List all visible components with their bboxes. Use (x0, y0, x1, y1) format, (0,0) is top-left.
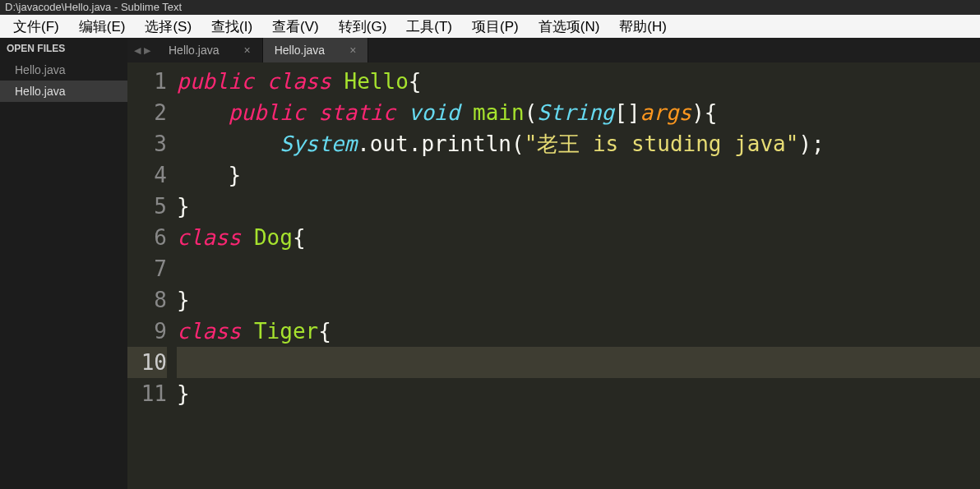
line-number: 6 (127, 222, 167, 253)
code-line[interactable]: } (177, 284, 980, 316)
menu-item[interactable]: 转到(G) (329, 16, 397, 38)
line-number: 4 (127, 159, 167, 191)
menu-item[interactable]: 首选项(N) (529, 16, 610, 38)
editor-tab[interactable]: Hello.java× (157, 38, 263, 62)
line-number: 1 (127, 66, 167, 97)
line-number-gutter: 1234567891011 (127, 66, 177, 409)
code-line[interactable]: public static void main(String[]args){ (177, 97, 980, 128)
menu-item[interactable]: 文件(F) (3, 16, 69, 38)
code-line[interactable] (177, 347, 980, 378)
line-number: 10 (127, 347, 167, 378)
menu-bar: 文件(F)编辑(E)选择(S)查找(I)查看(V)转到(G)工具(T)项目(P)… (0, 15, 980, 38)
editor-tab[interactable]: Hello.java× (263, 38, 369, 62)
line-number: 2 (127, 97, 167, 128)
code-line[interactable]: } (177, 191, 980, 222)
code-line[interactable]: public class Hello{ (177, 66, 980, 97)
code-editor[interactable]: 1234567891011 public class Hello{ public… (127, 62, 980, 409)
code-line[interactable] (177, 253, 980, 284)
close-icon[interactable]: × (243, 44, 250, 57)
sidebar-open-files-title: OPEN FILES (0, 38, 127, 59)
line-number: 3 (127, 128, 167, 159)
menu-item[interactable]: 选择(S) (135, 16, 201, 38)
menu-item[interactable]: 帮助(H) (609, 16, 677, 38)
window-title: D:\javacode\Hello.java - Sublime Text (0, 0, 980, 15)
arrow-right-icon[interactable]: ▶ (144, 45, 150, 56)
code-content[interactable]: public class Hello{ public static void m… (177, 66, 980, 409)
sidebar: OPEN FILES Hello.javaHello.java (0, 38, 127, 489)
editor-area: ◀ ▶ Hello.java×Hello.java× 1234567891011… (127, 38, 980, 489)
menu-item[interactable]: 项目(P) (462, 16, 529, 38)
sidebar-open-file[interactable]: Hello.java (0, 81, 127, 102)
tab-bar: ◀ ▶ Hello.java×Hello.java× (127, 38, 980, 62)
tab-nav-arrows: ◀ ▶ (127, 38, 157, 62)
code-line[interactable]: System.out.println("老王 is studing java")… (177, 128, 980, 159)
tab-label: Hello.java (275, 44, 325, 57)
menu-item[interactable]: 查看(V) (262, 16, 329, 38)
menu-item[interactable]: 编辑(E) (69, 16, 136, 38)
main-area: OPEN FILES Hello.javaHello.java ◀ ▶ Hell… (0, 38, 980, 489)
line-number: 8 (127, 284, 167, 316)
close-icon[interactable]: × (349, 44, 356, 57)
menu-item[interactable]: 查找(I) (201, 16, 262, 38)
arrow-left-icon[interactable]: ◀ (134, 45, 141, 56)
line-number: 5 (127, 191, 167, 222)
tab-label: Hello.java (169, 44, 219, 57)
code-line[interactable]: class Dog{ (177, 222, 980, 253)
line-number: 7 (127, 253, 167, 284)
line-number: 9 (127, 316, 167, 347)
code-line[interactable]: } (177, 159, 980, 191)
sidebar-open-file[interactable]: Hello.java (0, 59, 127, 81)
code-line[interactable]: class Tiger{ (177, 316, 980, 347)
line-number: 11 (127, 378, 167, 409)
code-line[interactable]: } (177, 378, 980, 409)
menu-item[interactable]: 工具(T) (396, 16, 462, 38)
